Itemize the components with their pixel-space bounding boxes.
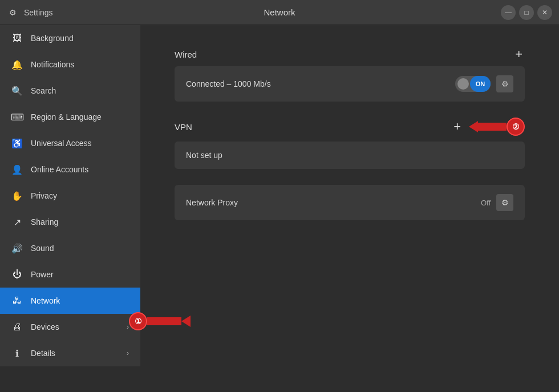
sidebar-label-sound: Sound [31,244,54,253]
network-icon: 🖧 [11,295,23,306]
region-language-icon: ⌨ [11,111,23,123]
close-button[interactable]: ✕ [537,5,552,20]
vpn-section-header: VPN + ② [175,118,525,136]
search-icon: 🔍 [11,85,23,96]
wired-section-header: Wired + [175,48,525,60]
sidebar-item-privacy[interactable]: ✋Privacy [0,183,140,209]
titlebar: ⚙ Settings Network — □ ✕ [0,0,559,25]
sidebar-item-details[interactable]: ℹDetails› [0,340,140,366]
sidebar: 🖼Background🔔Notifications🔍Search⌨Region … [0,25,140,366]
sharing-icon: ↗ [11,216,23,228]
notifications-icon: 🔔 [11,59,23,70]
universal-access-icon: ♿ [11,138,23,149]
settings-icon: ⚙ [7,7,18,18]
vpn-card: Not set up [175,142,525,169]
sidebar-wrapper: 🖼Background🔔Notifications🔍Search⌨Region … [0,25,140,392]
vpn-add-button[interactable]: + [451,120,463,133]
sidebar-item-online-accounts[interactable]: 👤Online Accounts [0,156,140,183]
wired-toggle[interactable]: ON [455,76,496,92]
privacy-icon: ✋ [11,190,23,201]
sidebar-item-sharing[interactable]: ↗Sharing [0,209,140,235]
sidebar-label-devices: Devices [31,322,59,332]
app-name: Settings [24,8,53,17]
sidebar-item-devices[interactable]: 🖨Devices› [0,314,140,340]
sidebar-label-details: Details [31,349,55,358]
annotation-badge-2: ② [507,118,525,136]
sidebar-label-universal-access: Universal Access [31,139,92,148]
sidebar-label-background: Background [31,34,74,43]
sidebar-label-notifications: Notifications [31,60,74,69]
wired-connection-label: Connected – 1000 Mb/s [186,79,455,88]
vpn-section: VPN + ② Not set up [175,118,525,169]
proxy-label: Network Proxy [186,198,481,207]
sidebar-label-privacy: Privacy [31,191,57,200]
sidebar-item-notifications[interactable]: 🔔Notifications [0,51,140,78]
annotation-arrow-2: ② [469,118,525,136]
app-body: 🖼Background🔔Notifications🔍Search⌨Region … [0,25,559,392]
titlebar-left: ⚙ Settings [7,7,53,18]
proxy-section: Network Proxy Off ⚙ [175,185,525,220]
window-controls: — □ ✕ [501,5,552,20]
sound-icon: 🔊 [11,243,23,254]
sidebar-item-universal-access[interactable]: ♿Universal Access [0,130,140,156]
sidebar-item-network[interactable]: 🖧Network [0,288,140,314]
wired-add-button[interactable]: + [513,48,525,60]
minimize-button[interactable]: — [501,5,516,20]
content-area: Wired + Connected – 1000 Mb/s ON ⚙ [140,25,559,392]
window-title: Network [264,7,295,17]
sidebar-label-power: Power [31,270,54,279]
wired-section: Wired + Connected – 1000 Mb/s ON ⚙ [175,48,525,102]
sidebar-label-network: Network [31,296,60,305]
sidebar-label-region-language: Region & Language [31,112,102,122]
vpn-not-setup-label: Not set up [186,151,513,160]
sidebar-item-sound[interactable]: 🔊Sound [0,235,140,261]
online-accounts-icon: 👤 [11,164,23,175]
devices-icon: 🖨 [11,321,23,333]
details-chevron-icon: › [127,349,129,357]
details-icon: ℹ [11,347,23,359]
power-icon: ⏻ [11,269,23,280]
sidebar-item-region-language[interactable]: ⌨Region & Language [0,104,140,130]
proxy-card[interactable]: Network Proxy Off ⚙ [175,185,525,220]
sidebar-label-search: Search [31,86,56,95]
sidebar-item-background[interactable]: 🖼Background [0,25,140,51]
maximize-button[interactable]: □ [519,5,534,20]
sidebar-label-sharing: Sharing [31,217,58,227]
devices-chevron-icon: › [127,323,129,331]
sidebar-item-power[interactable]: ⏻Power [0,261,140,288]
toggle-on-label: ON [476,80,485,87]
proxy-settings-button[interactable]: ⚙ [496,194,513,211]
vpn-title: VPN [175,122,192,132]
wired-settings-button[interactable]: ⚙ [496,75,513,92]
wired-title: Wired [175,50,197,59]
sidebar-label-online-accounts: Online Accounts [31,165,88,174]
proxy-status: Off [481,199,491,207]
background-icon: 🖼 [11,33,23,44]
wired-card: Connected – 1000 Mb/s ON ⚙ [175,66,525,102]
sidebar-item-search[interactable]: 🔍Search [0,78,140,104]
